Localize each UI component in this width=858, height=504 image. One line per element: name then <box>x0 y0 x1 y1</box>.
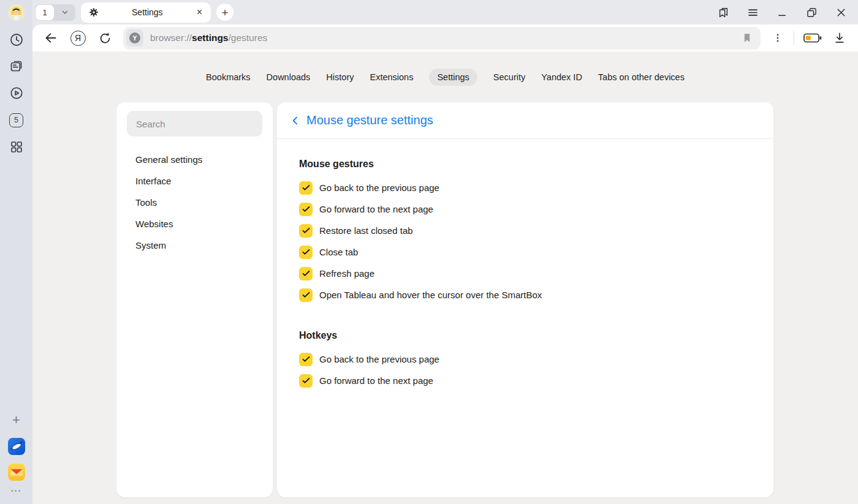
checkbox-refresh-page[interactable] <box>299 267 313 280</box>
page-actions-button[interactable] <box>765 26 790 50</box>
site-protect-chip[interactable]: Y <box>126 29 143 47</box>
kebab-menu-icon <box>772 32 784 44</box>
option-row: Go forward to the next page <box>299 198 751 220</box>
checkbox-restore-tab[interactable] <box>299 224 313 238</box>
checkbox-close-tab[interactable] <box>299 246 313 259</box>
tab-other-devices[interactable]: Tabs on other devices <box>598 69 685 86</box>
tab-count-badge: 5 <box>9 113 23 127</box>
settings-back-button[interactable] <box>287 113 303 129</box>
news-feed-icon <box>9 59 24 73</box>
url-host: settings <box>192 32 228 43</box>
rail-more-button[interactable]: ••• <box>0 486 32 495</box>
battery-saver-button[interactable] <box>798 26 827 50</box>
yandex-home-button[interactable]: Я <box>64 26 91 50</box>
avatar-image <box>8 4 25 21</box>
search-input[interactable] <box>127 111 262 137</box>
bookmarks-panel-button[interactable] <box>715 4 732 21</box>
sidebar-item-interface[interactable]: Interface <box>135 170 273 192</box>
window-controls <box>715 4 849 21</box>
clock-icon <box>9 32 24 47</box>
option-label: Go back to the previous page <box>319 354 439 364</box>
checkmark-icon <box>301 290 311 300</box>
toolbar-divider <box>794 31 794 45</box>
tab-history[interactable]: History <box>326 69 354 86</box>
tab-yandex-id[interactable]: Yandex ID <box>541 69 582 86</box>
page-title[interactable]: Mouse gesture settings <box>306 113 433 127</box>
active-tab[interactable]: Settings × <box>81 2 211 23</box>
tab-security[interactable]: Security <box>493 69 525 86</box>
history-rail-button[interactable] <box>0 31 32 49</box>
tab-close-button[interactable]: × <box>196 7 203 17</box>
more-dots-icon: ••• <box>11 487 22 494</box>
checkbox-hotkey-go-forward[interactable] <box>299 374 313 388</box>
section-heading-mouse-gestures: Mouse gestures <box>299 157 751 170</box>
option-row: Open Tableau and hover the cursor over t… <box>299 284 751 306</box>
yandex-logo-icon: Я <box>70 31 86 46</box>
minimize-button[interactable] <box>773 4 791 21</box>
sidebar-item-general-settings[interactable]: General settings <box>135 149 273 170</box>
url-scheme: browser:// <box>150 32 192 43</box>
checkbox-hotkey-go-back[interactable] <box>299 353 313 366</box>
tab-title: Settings <box>99 7 196 17</box>
option-label: Go forward to the next page <box>319 204 433 214</box>
bookmark-page-button[interactable] <box>741 32 753 44</box>
refresh-button[interactable] <box>91 26 118 50</box>
downloads-button[interactable] <box>827 26 852 50</box>
tab-extensions[interactable]: Extensions <box>370 69 413 86</box>
tabs-count-rail-button[interactable]: 5 <box>0 111 32 129</box>
option-label: Restore last closed tab <box>319 225 413 236</box>
back-arrow-icon <box>44 31 58 45</box>
checkmark-icon <box>301 182 311 193</box>
services-rail-button[interactable] <box>0 138 32 156</box>
option-label: Close tab <box>319 247 358 257</box>
browser-toolbar: Я Y browser://settings/gestures <box>32 24 858 51</box>
tab-group-expand-button[interactable] <box>55 4 75 21</box>
checkbox-go-back[interactable] <box>299 181 313 195</box>
back-button[interactable] <box>37 26 64 50</box>
bookmarks-panel-icon <box>717 6 730 19</box>
bookmark-flag-icon <box>741 32 753 44</box>
checkbox-open-tableau[interactable] <box>299 288 313 302</box>
tab-strip: 1 <box>32 0 858 24</box>
option-label: Refresh page <box>319 268 374 279</box>
restore-window-button[interactable] <box>803 4 820 21</box>
profile-avatar[interactable] <box>8 4 25 21</box>
sidebar-item-tools[interactable]: Tools <box>135 192 273 213</box>
battery-icon <box>803 32 822 43</box>
browser-side-rail: 5 + <box>0 0 32 504</box>
option-row: Restore last closed tab <box>299 220 751 241</box>
panel-body: Mouse gestures Go back to the previous p… <box>277 139 773 391</box>
address-bar[interactable]: Y browser://settings/gestures <box>123 27 761 50</box>
yandex-browser-app-button[interactable] <box>0 437 32 456</box>
sidebar-item-system[interactable]: System <box>135 235 273 256</box>
mail-icon <box>8 464 25 481</box>
option-row: Go back to the previous page <box>299 348 751 370</box>
tab-group-counter[interactable]: 1 <box>36 5 54 20</box>
settings-nav-panel: General settings Interface Tools Website… <box>116 102 273 497</box>
tab-group-control: 1 <box>35 4 75 21</box>
video-rail-button[interactable] <box>0 84 32 102</box>
browser-menu-button[interactable] <box>744 4 761 21</box>
tab-downloads[interactable]: Downloads <box>267 69 311 86</box>
add-panel-button[interactable]: + <box>0 411 32 429</box>
option-label: Go back to the previous page <box>319 182 439 193</box>
checkmark-icon <box>301 268 311 279</box>
close-icon <box>835 6 848 19</box>
checkmark-icon <box>301 375 311 386</box>
sidebar-item-websites[interactable]: Websites <box>135 213 273 235</box>
gear-icon <box>88 7 99 18</box>
play-circle-icon <box>9 86 24 100</box>
option-row: Refresh page <box>299 263 751 284</box>
feed-rail-button[interactable] <box>0 57 32 75</box>
yandex-mail-app-button[interactable] <box>0 463 32 481</box>
close-window-button[interactable] <box>832 4 849 21</box>
tab-bookmarks[interactable]: Bookmarks <box>206 69 251 86</box>
grid-icon <box>9 140 24 154</box>
hamburger-menu-icon <box>746 6 759 19</box>
checkbox-go-forward[interactable] <box>299 203 313 216</box>
settings-page: Bookmarks Downloads History Extensions S… <box>32 51 858 504</box>
settings-nav-menu: General settings Interface Tools Website… <box>116 149 273 256</box>
new-tab-button[interactable]: + <box>216 4 233 21</box>
tab-settings[interactable]: Settings <box>429 69 477 86</box>
option-row: Go forward to the next page <box>299 370 751 391</box>
